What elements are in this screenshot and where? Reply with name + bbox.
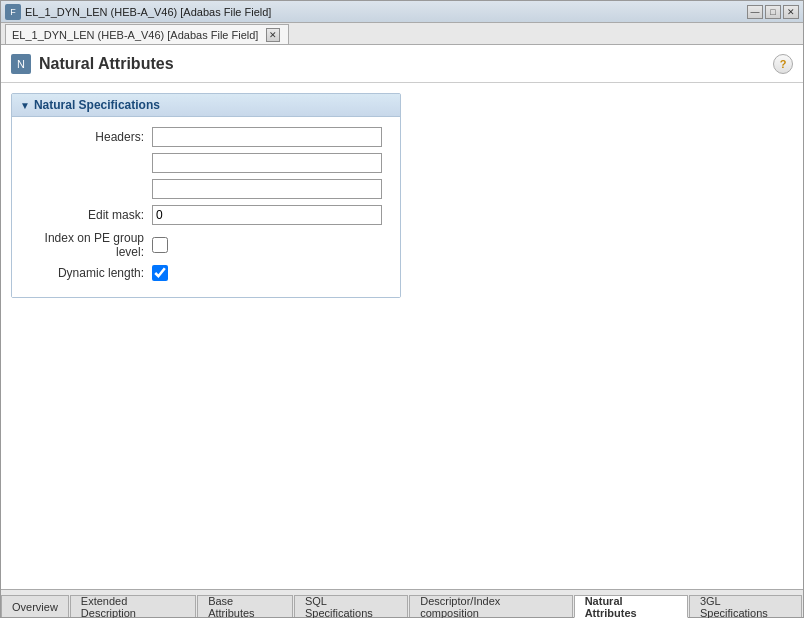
minimize-button[interactable]: — bbox=[747, 5, 763, 19]
edit-mask-label: Edit mask: bbox=[22, 208, 152, 222]
section-body: Headers: Edit mask: In bbox=[12, 117, 400, 297]
page-icon: N bbox=[11, 54, 31, 74]
tab-3gl-specifications-label: 3GL Specifications bbox=[700, 595, 791, 619]
file-tab[interactable]: EL_1_DYN_LEN (HEB-A_V46) [Adabas File Fi… bbox=[5, 24, 289, 44]
tab-descriptor-index-label: Descriptor/Index composition bbox=[420, 595, 561, 619]
tab-base-attributes-label: Base Attributes bbox=[208, 595, 282, 619]
file-tab-bar: EL_1_DYN_LEN (HEB-A_V46) [Adabas File Fi… bbox=[1, 23, 803, 45]
edit-mask-row: Edit mask: bbox=[22, 205, 390, 225]
window-title: EL_1_DYN_LEN (HEB-A_V46) [Adabas File Fi… bbox=[25, 6, 271, 18]
tab-overview[interactable]: Overview bbox=[1, 595, 69, 617]
headers-row-3 bbox=[22, 179, 390, 199]
natural-specifications-section: ▼ Natural Specifications Headers: bbox=[11, 93, 401, 298]
tab-overview-label: Overview bbox=[12, 601, 58, 613]
headers-row-2 bbox=[22, 153, 390, 173]
file-tab-label: EL_1_DYN_LEN (HEB-A_V46) [Adabas File Fi… bbox=[12, 29, 258, 41]
title-bar: F EL_1_DYN_LEN (HEB-A_V46) [Adabas File … bbox=[1, 1, 803, 23]
section-header: ▼ Natural Specifications bbox=[12, 94, 400, 117]
dynamic-length-label: Dynamic length: bbox=[22, 266, 152, 280]
tab-sql-specifications[interactable]: SQL Specifications bbox=[294, 595, 408, 617]
help-button[interactable]: ? bbox=[773, 54, 793, 74]
window-icon: F bbox=[5, 4, 21, 20]
index-pe-checkbox[interactable] bbox=[152, 237, 168, 253]
index-pe-label: Index on PE group level: bbox=[22, 231, 152, 259]
headers-row: Headers: bbox=[22, 127, 390, 147]
header1-input[interactable] bbox=[152, 127, 382, 147]
page-header: N Natural Attributes ? bbox=[1, 45, 803, 83]
dynamic-length-checkbox[interactable] bbox=[152, 265, 168, 281]
tab-extended-description[interactable]: Extended Description bbox=[70, 595, 196, 617]
headers-label: Headers: bbox=[22, 130, 152, 144]
tab-3gl-specifications[interactable]: 3GL Specifications bbox=[689, 595, 802, 617]
header3-input[interactable] bbox=[152, 179, 382, 199]
index-pe-row: Index on PE group level: bbox=[22, 231, 390, 259]
maximize-button[interactable]: □ bbox=[765, 5, 781, 19]
edit-mask-input[interactable] bbox=[152, 205, 382, 225]
tab-descriptor-index[interactable]: Descriptor/Index composition bbox=[409, 595, 572, 617]
main-window: F EL_1_DYN_LEN (HEB-A_V46) [Adabas File … bbox=[0, 0, 804, 618]
file-tab-close[interactable]: ✕ bbox=[266, 28, 280, 42]
close-button[interactable]: ✕ bbox=[783, 5, 799, 19]
title-bar-left: F EL_1_DYN_LEN (HEB-A_V46) [Adabas File … bbox=[5, 4, 271, 20]
main-content: ▼ Natural Specifications Headers: bbox=[1, 83, 803, 589]
dynamic-length-row: Dynamic length: bbox=[22, 265, 390, 281]
tab-natural-attributes[interactable]: Natural Attributes bbox=[574, 595, 688, 618]
tab-base-attributes[interactable]: Base Attributes bbox=[197, 595, 293, 617]
page-title: Natural Attributes bbox=[39, 55, 174, 73]
tab-sql-specifications-label: SQL Specifications bbox=[305, 595, 397, 619]
bottom-tabs: Overview Extended Description Base Attri… bbox=[1, 589, 803, 617]
tab-extended-description-label: Extended Description bbox=[81, 595, 185, 619]
page-title-area: N Natural Attributes bbox=[11, 54, 174, 74]
tab-natural-attributes-label: Natural Attributes bbox=[585, 595, 677, 619]
title-bar-controls: — □ ✕ bbox=[747, 5, 799, 19]
collapse-arrow-icon[interactable]: ▼ bbox=[20, 100, 30, 111]
section-title: Natural Specifications bbox=[34, 98, 160, 112]
header2-input[interactable] bbox=[152, 153, 382, 173]
